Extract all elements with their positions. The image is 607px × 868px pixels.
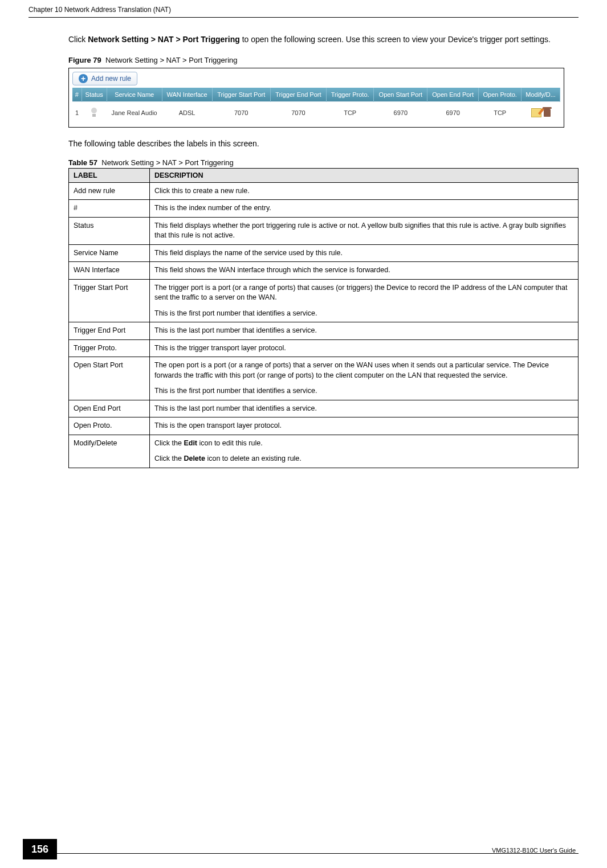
cell-trigger-start: 7070 xyxy=(212,101,270,124)
table-intro: The following table describes the labels… xyxy=(68,139,579,148)
desc-edit-pre: Click the xyxy=(154,439,184,447)
col-trigger-end: Trigger End Port xyxy=(270,88,326,102)
cell-service-name: Jane Real Audio xyxy=(107,101,162,124)
col-modify: Modify/D... xyxy=(522,88,560,102)
desc-text-sub: This is the first port number that ident… xyxy=(154,309,573,319)
desc-edit-mid: icon to edit this rule. xyxy=(197,439,263,447)
desc-text-sub: This is the first port number that ident… xyxy=(154,386,573,396)
col-open-proto: Open Proto. xyxy=(479,88,522,102)
desc-text: The open port is a port (or a range of p… xyxy=(150,357,579,400)
add-new-rule-button[interactable]: + Add new rule xyxy=(72,72,137,85)
page-number: 156 xyxy=(23,839,57,859)
chapter-header: Chapter 10 Network Address Translation (… xyxy=(28,6,171,14)
plus-icon: + xyxy=(79,74,88,83)
col-service-name: Service Name xyxy=(107,88,162,102)
desc-del-pre: Click the xyxy=(154,455,184,462)
description-table: LABEL DESCRIPTION Add new ruleClick this… xyxy=(68,168,579,468)
desc-text-main: The trigger port is a port (or a range o… xyxy=(154,284,567,302)
desc-del-bold: Delete xyxy=(184,455,205,462)
desc-label: # xyxy=(69,200,150,218)
cell-open-start: 6970 xyxy=(374,101,427,124)
figure-label: Figure 79 xyxy=(68,56,101,64)
col-wan-interface: WAN Interface xyxy=(162,88,212,102)
desc-text: The trigger port is a port (or a range o… xyxy=(150,279,579,322)
desc-label: Open End Port xyxy=(69,400,150,417)
table-row: Open End PortThis is the last port numbe… xyxy=(69,400,579,417)
header-rule xyxy=(28,17,579,18)
desc-edit-bold: Edit xyxy=(184,439,197,447)
desc-label: Open Start Port xyxy=(69,357,150,400)
desc-text: Click this to create a new rule. xyxy=(150,182,579,200)
desc-label: Status xyxy=(69,217,150,244)
desc-text: This is the open transport layer protoco… xyxy=(150,417,579,435)
desc-text: Click the Edit icon to edit this rule.Cl… xyxy=(150,435,579,468)
table-row: Open Proto.This is the open transport la… xyxy=(69,417,579,435)
intro-paragraph: Click Network Setting > NAT > Port Trigg… xyxy=(68,34,579,46)
col-open-end: Open End Port xyxy=(427,88,479,102)
delete-icon[interactable] xyxy=(544,109,551,117)
table-row: Trigger Start PortThe trigger port is a … xyxy=(69,279,579,322)
cell-open-end: 6970 xyxy=(427,101,479,124)
intro-pre: Click xyxy=(68,35,88,44)
desc-label: Trigger Proto. xyxy=(69,339,150,357)
table-row: Trigger Proto.This is the trigger transp… xyxy=(69,339,579,357)
desc-text: This is the index number of the entry. xyxy=(150,200,579,218)
desc-label: Add new rule xyxy=(69,182,150,200)
desc-del-post: icon to delete an existing rule. xyxy=(205,455,302,462)
add-new-rule-label: Add new rule xyxy=(91,75,131,83)
desc-head-label: LABEL xyxy=(69,168,150,182)
col-status: Status xyxy=(82,88,107,102)
desc-label: Modify/Delete xyxy=(69,435,150,468)
table-row: #This is the index number of the entry. xyxy=(69,200,579,218)
table-row: 1 Jane Real Audio ADSL 7070 7070 TCP 697… xyxy=(72,101,560,124)
table-row: Service NameThis field displays the name… xyxy=(69,244,579,262)
desc-label: Open Proto. xyxy=(69,417,150,435)
cell-modify xyxy=(522,101,560,124)
col-trigger-start: Trigger Start Port xyxy=(212,88,270,102)
desc-label: Service Name xyxy=(69,244,150,262)
table-row: Modify/DeleteClick the Edit icon to edit… xyxy=(69,435,579,468)
cell-wan-if: ADSL xyxy=(162,101,212,124)
table-row: StatusThis field displays whether the po… xyxy=(69,217,579,244)
intro-post: to open the following screen. Use this s… xyxy=(240,35,551,44)
table-row: WAN InterfaceThis field shows the WAN in… xyxy=(69,262,579,280)
figure-text: Network Setting > NAT > Port Triggering xyxy=(105,56,237,64)
desc-label: Trigger End Port xyxy=(69,322,150,340)
col-num: # xyxy=(72,88,82,102)
desc-head-desc: DESCRIPTION xyxy=(150,168,579,182)
table-header-row: # Status Service Name WAN Interface Trig… xyxy=(72,88,560,102)
table-row: Add new ruleClick this to create a new r… xyxy=(69,182,579,200)
cell-trigger-end: 7070 xyxy=(270,101,326,124)
cell-status xyxy=(82,101,107,124)
table-row: Trigger End PortThis is the last port nu… xyxy=(69,322,579,340)
table-caption-text: Network Setting > NAT > Port Triggering xyxy=(101,158,233,167)
port-triggering-table: # Status Service Name WAN Interface Trig… xyxy=(72,88,560,124)
desc-text: This field displays whether the port tri… xyxy=(150,217,579,244)
cell-num: 1 xyxy=(72,101,82,124)
desc-text: This field displays the name of the serv… xyxy=(150,244,579,262)
desc-text-main: The open port is a port (or a range of p… xyxy=(154,361,549,379)
desc-text: This is the last port number that identi… xyxy=(150,322,579,340)
guide-name: VMG1312-B10C User's Guide xyxy=(492,847,576,854)
intro-path: Network Setting > NAT > Port Triggering xyxy=(88,35,240,44)
cell-trigger-proto: TCP xyxy=(326,101,373,124)
cell-open-proto: TCP xyxy=(479,101,522,124)
desc-text: This is the trigger transport layer prot… xyxy=(150,339,579,357)
desc-label: Trigger Start Port xyxy=(69,279,150,322)
col-open-start: Open Start Port xyxy=(374,88,427,102)
table-row: Open Start PortThe open port is a port (… xyxy=(69,357,579,400)
desc-text: This field shows the WAN interface throu… xyxy=(150,262,579,280)
edit-icon[interactable] xyxy=(531,108,541,117)
table-caption-label: Table 57 xyxy=(68,158,97,167)
col-trigger-proto: Trigger Proto. xyxy=(326,88,373,102)
figure-caption: Figure 79 Network Setting > NAT > Port T… xyxy=(68,56,579,64)
desc-text: This is the last port number that identi… xyxy=(150,400,579,417)
desc-delete-line: Click the Delete icon to delete an exist… xyxy=(154,454,573,464)
desc-label: WAN Interface xyxy=(69,262,150,280)
screenshot-panel: + Add new rule # Status Service Name WAN… xyxy=(68,68,564,128)
bulb-icon xyxy=(91,108,97,117)
table-caption: Table 57 Network Setting > NAT > Port Tr… xyxy=(68,158,579,167)
